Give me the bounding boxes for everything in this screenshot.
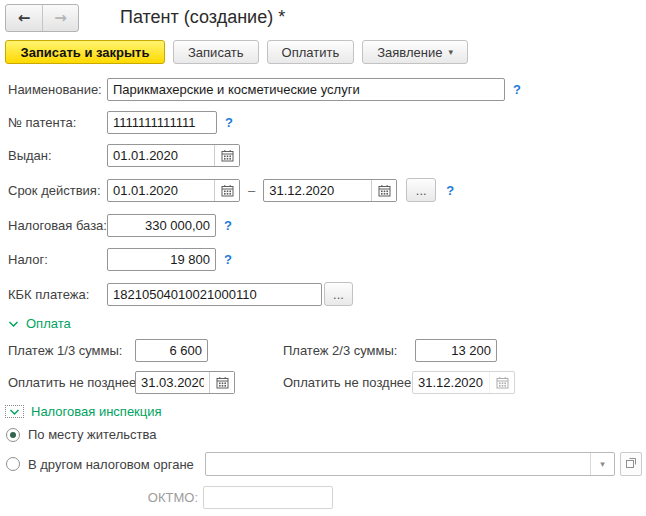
- tax-field-box: [107, 248, 216, 271]
- page-title: Патент (создание) *: [120, 7, 285, 28]
- kbk-input[interactable]: [108, 284, 321, 305]
- payment1-input[interactable]: [136, 340, 207, 361]
- patent-number-label: № патента:: [8, 115, 107, 130]
- radio-by-residence-label: По месту жительства: [28, 427, 156, 442]
- payment-section-title: Оплата: [26, 316, 71, 331]
- payment2-label: Платеж 2/3 суммы:: [283, 343, 415, 358]
- back-button[interactable]: ←: [6, 5, 42, 31]
- issued-field-box: [107, 144, 240, 167]
- oktmo-label: ОКТМО:: [8, 490, 198, 505]
- other-authority-combo: ▾: [205, 452, 615, 476]
- tax-base-label: Налоговая база:: [8, 218, 107, 233]
- inspection-section-title: Налоговая инспекция: [31, 404, 162, 419]
- calendar-icon: [489, 372, 514, 393]
- patent-number-row: № патента: ?: [8, 111, 233, 134]
- payment1-field-box: [135, 339, 208, 362]
- nav-history-group: ← →: [5, 4, 79, 32]
- patent-number-field-box: [107, 111, 217, 134]
- validity-help-link[interactable]: ?: [446, 183, 454, 198]
- open-item-button[interactable]: [620, 452, 642, 476]
- calendar-icon[interactable]: [209, 372, 234, 393]
- issued-label: Выдан:: [8, 148, 107, 163]
- due1-field-box: [135, 371, 235, 394]
- tax-base-help-link[interactable]: ?: [224, 218, 232, 233]
- payment-section-header: Оплата: [8, 316, 71, 331]
- oktmo-field-box: [203, 486, 333, 509]
- tax-help-link[interactable]: ?: [224, 252, 232, 267]
- due2-label: Оплатить не позднее:: [283, 375, 412, 390]
- radio-by-residence[interactable]: [6, 428, 20, 442]
- radio-other-authority[interactable]: [6, 457, 20, 471]
- validity-more-button[interactable]: ...: [406, 178, 436, 202]
- name-field-box: [107, 78, 505, 101]
- oktmo-row: ОКТМО:: [8, 486, 333, 509]
- forward-button[interactable]: →: [42, 5, 78, 31]
- kbk-more-button[interactable]: ...: [324, 282, 353, 306]
- tax-base-input[interactable]: [108, 215, 215, 236]
- due1-label: Оплатить не позднее:: [8, 375, 135, 390]
- kbk-row: КБК платежа: ...: [8, 282, 353, 306]
- save-and-close-button[interactable]: Записать и закрыть: [5, 40, 165, 64]
- validity-to-input[interactable]: [264, 180, 371, 201]
- tax-input[interactable]: [108, 249, 215, 270]
- validity-row: Срок действия: – ... ?: [8, 178, 454, 202]
- issued-date-input[interactable]: [108, 145, 214, 166]
- residence-radio-row: По месту жительства: [6, 427, 156, 442]
- tax-label: Налог:: [8, 252, 107, 267]
- kbk-label: КБК платежа:: [8, 287, 107, 302]
- payment1-label: Платеж 1/3 суммы:: [8, 343, 135, 358]
- payment2-field-box: [415, 339, 497, 362]
- radio-other-authority-label: В другом налоговом органе: [28, 457, 199, 472]
- oktmo-input: [204, 487, 332, 508]
- payment2-input[interactable]: [416, 340, 496, 361]
- validity-from-input[interactable]: [108, 180, 214, 201]
- save-button[interactable]: Записать: [173, 40, 259, 64]
- name-row: Наименование: ?: [8, 78, 521, 101]
- patent-number-input[interactable]: [108, 112, 216, 133]
- payment-amounts-row: Платеж 1/3 суммы: Платеж 2/3 суммы:: [8, 339, 497, 362]
- tax-base-row: Налоговая база: ?: [8, 214, 232, 237]
- name-help-link[interactable]: ?: [513, 82, 521, 97]
- command-bar: Записать и закрыть Записать Оплатить Зая…: [5, 40, 468, 64]
- chevron-down-icon: [8, 316, 19, 331]
- open-window-icon: [625, 457, 637, 472]
- kbk-field-box: [107, 283, 322, 306]
- calendar-icon[interactable]: [214, 145, 239, 166]
- calendar-icon[interactable]: [214, 180, 239, 201]
- due2-field-box: [412, 371, 515, 394]
- inspection-section-header: Налоговая инспекция: [5, 404, 162, 419]
- due2-date-input: [413, 372, 489, 393]
- calendar-icon[interactable]: [371, 180, 396, 201]
- payment-section-toggle[interactable]: Оплата: [8, 316, 71, 331]
- chevron-down-icon: ▾: [448, 47, 453, 57]
- range-dash: –: [248, 183, 255, 198]
- pay-button[interactable]: Оплатить: [267, 40, 355, 64]
- issued-row: Выдан:: [8, 144, 240, 167]
- name-input[interactable]: [108, 79, 504, 100]
- other-authority-input[interactable]: [206, 453, 590, 475]
- patent-number-help-link[interactable]: ?: [225, 115, 233, 130]
- name-label: Наименование:: [8, 82, 107, 97]
- chevron-down-icon: [5, 405, 24, 418]
- other-authority-radio-row: В другом налоговом органе ▾: [6, 452, 642, 476]
- validity-from-box: [107, 179, 240, 202]
- statement-label: Заявление: [377, 45, 442, 60]
- due1-date-input[interactable]: [136, 372, 209, 393]
- inspection-section-toggle[interactable]: Налоговая инспекция: [5, 404, 162, 419]
- validity-label: Срок действия:: [8, 183, 107, 198]
- payment-due-row: Оплатить не позднее: Оплатить не позднее…: [8, 371, 515, 394]
- tax-base-field-box: [107, 214, 216, 237]
- statement-menu-button[interactable]: Заявление ▾: [362, 40, 468, 64]
- tax-row: Налог: ?: [8, 248, 232, 271]
- chevron-down-icon[interactable]: ▾: [590, 453, 614, 475]
- validity-to-box: [263, 179, 397, 202]
